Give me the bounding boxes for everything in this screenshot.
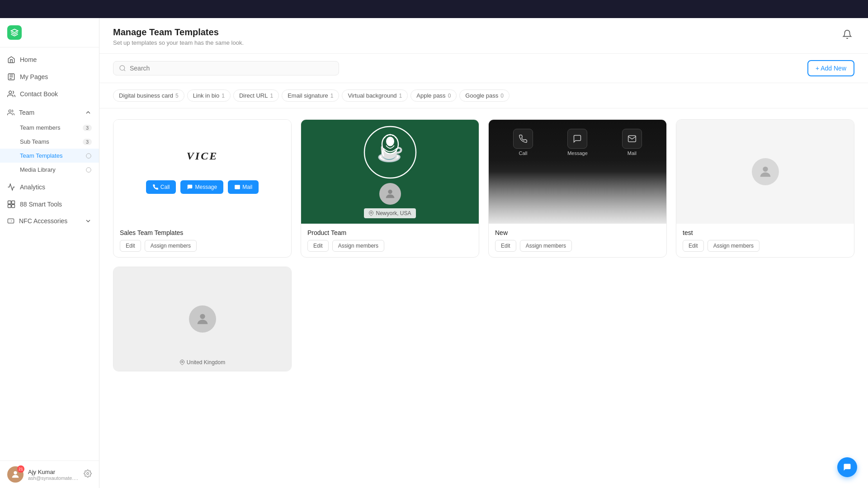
settings-icon[interactable]	[84, 469, 92, 479]
sidebar-item-analytics[interactable]: Analytics	[0, 178, 99, 196]
svg-rect-6	[12, 201, 15, 204]
uk-location: United Kingdom	[179, 359, 225, 366]
sidebar-item-sub-teams[interactable]: Sub Teams 3	[0, 135, 99, 149]
sidebar-item-contact-book[interactable]: Contact Book	[0, 85, 99, 103]
vice-message-button[interactable]: Message	[180, 180, 223, 194]
sidebar: Home My Pages Contact Book Team	[0, 18, 99, 488]
sidebar-item-team-members-label: Team members	[20, 124, 61, 131]
filter-tab-apple-pass-count: 0	[448, 93, 451, 99]
dark-call-label: Call	[519, 150, 528, 156]
sidebar-item-nfc-accessories[interactable]: NFC Accessories	[0, 213, 99, 229]
uk-card-avatar	[189, 305, 216, 333]
svg-point-2	[9, 110, 11, 112]
main-content: Manage Team Templates Set up templates s…	[99, 18, 868, 488]
card-test-assign-button[interactable]: Assign members	[708, 240, 760, 252]
sidebar-item-team-templates[interactable]: Team Templates	[0, 149, 99, 163]
sidebar-item-home[interactable]: Home	[0, 51, 99, 68]
svg-point-21	[392, 135, 393, 136]
main-header: Manage Team Templates Set up templates s…	[99, 18, 868, 54]
svg-point-4	[86, 167, 91, 172]
filter-tab-digital-business-card-label: Digital business card	[119, 92, 173, 99]
test-avatar-icon	[758, 164, 773, 179]
add-new-button[interactable]: + Add New	[807, 60, 854, 76]
dark-mail-icon	[627, 134, 637, 143]
cards-grid: VICE Call Message	[113, 119, 854, 371]
svg-point-20	[389, 134, 391, 136]
sidebar-item-media-library[interactable]: Media Library	[0, 163, 99, 177]
user-email: ash@synxautomate.com	[28, 475, 79, 481]
card-product-team-edit-button[interactable]: Edit	[307, 240, 329, 252]
add-new-label: + Add New	[816, 65, 846, 72]
vice-call-button[interactable]: Call	[146, 180, 176, 194]
filter-tab-apple-pass[interactable]: Apple pass 0	[410, 89, 457, 102]
chat-icon	[843, 463, 852, 472]
svg-point-3	[86, 153, 91, 158]
filter-tabs: Digital business card 5 Link in bio 1 Di…	[99, 83, 868, 108]
circle-icon-2	[85, 167, 92, 173]
sidebar-item-team-templates-label: Team Templates	[20, 152, 62, 159]
product-team-avatar	[379, 183, 401, 205]
card-sales-team-assign-button[interactable]: Assign members	[145, 240, 197, 252]
filter-tab-link-in-bio[interactable]: Link in bio 1	[187, 89, 231, 102]
card-product-team-preview: ☕	[301, 120, 479, 224]
card-new-assign-button[interactable]: Assign members	[520, 240, 572, 252]
sidebar-item-my-pages[interactable]: My Pages	[0, 68, 99, 85]
chevron-down-icon	[85, 217, 92, 225]
card-test: test Edit Assign members	[676, 119, 854, 258]
sub-teams-badge: 3	[83, 139, 92, 145]
sidebar-item-contact-book-label: Contact Book	[20, 90, 58, 98]
card-sales-team-actions: Edit Assign members	[120, 240, 285, 252]
card-product-team-assign-button[interactable]: Assign members	[332, 240, 384, 252]
card-sales-team-preview: VICE Call Message	[113, 120, 291, 224]
uk-location-icon	[179, 360, 185, 365]
svg-point-1	[9, 91, 12, 94]
card-new-name: New	[495, 229, 660, 236]
sidebar-navigation: Home My Pages Contact Book Team	[0, 47, 99, 460]
dark-message-icon	[573, 134, 582, 143]
svg-point-10	[14, 471, 17, 474]
card-uk: United Kingdom	[113, 267, 292, 371]
dark-call-icon	[519, 134, 528, 143]
chat-button[interactable]	[837, 457, 857, 477]
user-name: Ajy Kumar	[28, 469, 79, 475]
sidebar-item-team-members[interactable]: Team members 3	[0, 121, 99, 135]
svg-point-22	[395, 137, 396, 138]
sidebar-item-analytics-label: Analytics	[20, 183, 45, 191]
filter-tab-email-signature[interactable]: Email signature 1	[282, 89, 339, 102]
card-test-edit-button[interactable]: Edit	[683, 240, 704, 252]
search-box[interactable]	[113, 61, 339, 75]
card-new-edit-button[interactable]: Edit	[495, 240, 516, 252]
sidebar-item-smart-tools-label: 88 Smart Tools	[20, 201, 62, 208]
filter-tab-google-pass-count: 0	[500, 93, 504, 99]
vice-call-label: Call	[160, 184, 170, 190]
svg-point-27	[181, 361, 183, 363]
search-input[interactable]	[130, 65, 333, 72]
vice-mail-button[interactable]: Mail	[228, 180, 259, 194]
page-subtitle: Set up templates so your team has the sa…	[113, 39, 244, 46]
sidebar-item-smart-tools[interactable]: 88 Smart Tools	[0, 196, 99, 213]
chevron-up-icon	[85, 109, 92, 116]
user-info: Ajy Kumar ash@synxautomate.com	[28, 469, 79, 481]
filter-tab-digital-business-card-count: 5	[175, 93, 179, 99]
svg-rect-7	[8, 205, 11, 208]
svg-point-12	[120, 66, 125, 70]
card-sales-team-edit-button[interactable]: Edit	[120, 240, 141, 252]
filter-tab-direct-url-count: 1	[270, 93, 273, 99]
filter-tab-email-signature-count: 1	[330, 93, 334, 99]
filter-tab-digital-business-card[interactable]: Digital business card 5	[113, 89, 184, 102]
filter-tab-virtual-background[interactable]: Virtual background 1	[342, 89, 408, 102]
team-icon	[7, 109, 14, 116]
card-test-footer: test Edit Assign members	[676, 224, 854, 257]
filter-tab-virtual-background-label: Virtual background	[348, 92, 396, 99]
notification-bell-icon[interactable]	[840, 27, 854, 42]
message-icon	[187, 184, 193, 190]
sidebar-item-team-label: Team	[19, 109, 34, 116]
vice-mail-label: Mail	[242, 184, 252, 190]
filter-tab-direct-url[interactable]: Direct URL 1	[233, 89, 279, 102]
uk-location-text: United Kingdom	[187, 359, 225, 366]
product-team-location: Newyork, USA	[364, 208, 415, 218]
vice-buttons: Call Message Mail	[146, 180, 259, 194]
svg-rect-8	[12, 205, 15, 208]
sidebar-item-team[interactable]: Team	[0, 104, 99, 121]
filter-tab-google-pass[interactable]: Google pass 0	[459, 89, 509, 102]
